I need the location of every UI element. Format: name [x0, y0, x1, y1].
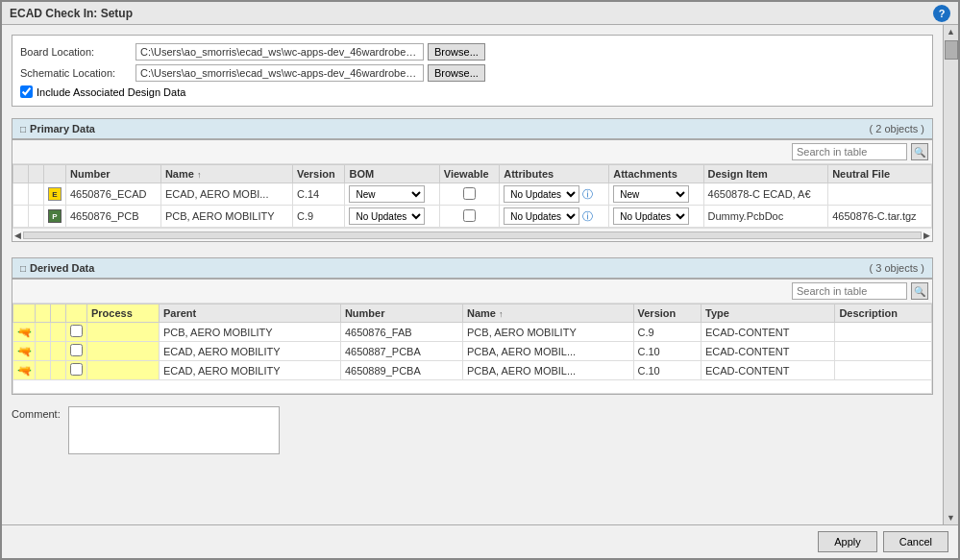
- schematic-location-label: Schematic Location:: [20, 67, 135, 79]
- row-attach-select[interactable]: New No Updates: [613, 185, 689, 203]
- col-neutral-file: Neutral File: [828, 165, 932, 183]
- primary-collapse-icon[interactable]: □: [20, 124, 26, 134]
- drow-description: [835, 361, 932, 380]
- col-attributes: Attributes: [500, 165, 609, 183]
- drow-parent: PCB, AERO MOBILITY: [159, 323, 340, 342]
- board-browse-button[interactable]: Browse...: [428, 43, 485, 61]
- derived-search-button[interactable]: 🔍: [911, 282, 928, 300]
- drow-name: PCB, AERO MOBILITY: [463, 323, 633, 342]
- dcol-2: [36, 304, 51, 323]
- comment-textarea[interactable]: [68, 406, 280, 454]
- row-attachments: No Updates New: [609, 206, 703, 228]
- viewable-checkbox[interactable]: [463, 209, 476, 222]
- dcol-4: [66, 304, 87, 323]
- col-bom: BOM: [345, 165, 439, 183]
- drow-sel1: 🔫: [13, 342, 36, 361]
- dcol-parent: Parent: [159, 304, 340, 323]
- schematic-location-input[interactable]: [135, 64, 424, 82]
- col-attachments: Attachments: [609, 165, 703, 183]
- table-row: 🔫 ECAD, AERO MOBILITY 4650889_PCBA PCBA,…: [13, 361, 932, 380]
- drow-type: ECAD-CONTENT: [702, 323, 835, 342]
- viewable-checkbox[interactable]: [463, 187, 476, 200]
- row-attach-select[interactable]: No Updates New: [613, 207, 689, 225]
- attr-info-icon[interactable]: ⓘ: [582, 210, 593, 222]
- cancel-button[interactable]: Cancel: [883, 531, 948, 552]
- primary-data-section: □ Primary Data ( 2 objects ) 🔍: [12, 114, 933, 242]
- drow-number: 4650889_PCBA: [340, 361, 462, 380]
- main-window: ECAD Check In: Setup ? Board Location: B…: [0, 0, 960, 560]
- include-checkbox-row: Include Associated Design Data: [20, 85, 924, 98]
- scroll-right-arrow[interactable]: ▶: [923, 231, 930, 240]
- drow-sel3: [51, 342, 66, 361]
- primary-search-input[interactable]: [792, 143, 907, 160]
- drow-parent: ECAD, AERO MOBILITY: [159, 342, 340, 361]
- drow-sel1: 🔫: [13, 323, 36, 342]
- content-area: Board Location: Browse... Schematic Loca…: [2, 25, 958, 524]
- derived-process-checkbox[interactable]: [70, 344, 83, 356]
- derived-icon: 🔫: [17, 364, 31, 377]
- row-design-item: 4650878-C ECAD, A€: [703, 183, 828, 206]
- scroll-up-arrow[interactable]: ▲: [945, 25, 957, 38]
- row-number: 4650876_ECAD: [66, 183, 161, 206]
- hscroll-track[interactable]: [23, 231, 922, 239]
- comment-label: Comment:: [12, 406, 61, 420]
- window-title: ECAD Check In: Setup: [10, 7, 133, 20]
- primary-table-container: 🔍 Number Name ↑ Version BOM: [12, 139, 933, 242]
- scroll-left-arrow[interactable]: ◀: [14, 231, 21, 240]
- derived-object-count: ( 3 objects ): [870, 262, 924, 274]
- title-bar: ECAD Check In: Setup ?: [2, 2, 958, 25]
- primary-search-button[interactable]: 🔍: [911, 143, 928, 160]
- row-bom: No Updates New: [345, 206, 439, 228]
- derived-process-checkbox[interactable]: [70, 325, 83, 337]
- row-attachments: New No Updates: [609, 183, 703, 206]
- primary-hscroll[interactable]: ◀ ▶: [12, 228, 932, 241]
- drow-sel2: [36, 361, 51, 380]
- drow-sel4: [66, 323, 87, 342]
- row-sel2: [29, 206, 44, 228]
- row-bom-select[interactable]: New No Updates: [349, 185, 425, 203]
- dcol-3: [51, 304, 66, 323]
- scroll-thumb[interactable]: [945, 40, 958, 60]
- col-checkbox1: [13, 165, 29, 183]
- primary-data-header: □ Primary Data ( 2 objects ): [12, 118, 933, 139]
- derived-icon: 🔫: [17, 326, 31, 339]
- attr-info-icon[interactable]: ⓘ: [582, 188, 593, 200]
- col-checkbox2: [29, 165, 44, 183]
- scroll-down-arrow[interactable]: ▼: [945, 511, 957, 524]
- primary-object-count: ( 2 objects ): [870, 123, 924, 134]
- drow-parent: ECAD, AERO MOBILITY: [159, 361, 340, 380]
- derived-search-input[interactable]: [792, 282, 907, 300]
- col-name: Name ↑: [160, 165, 292, 183]
- row-sel1: [13, 206, 29, 228]
- drow-sel2: [36, 323, 51, 342]
- drow-type: ECAD-CONTENT: [702, 342, 835, 361]
- row-version: C.9: [292, 206, 344, 228]
- schematic-browse-button[interactable]: Browse...: [428, 64, 485, 82]
- dcol-description: Description: [835, 304, 932, 323]
- row-icon-cell: P: [44, 206, 66, 228]
- table-row: E 4650876_ECAD ECAD, AERO MOBI... C.14 N…: [13, 183, 932, 206]
- derived-table-header: Process Parent Number Name ↑ Version Typ…: [13, 304, 932, 323]
- include-associated-checkbox[interactable]: [20, 85, 33, 98]
- row-attr-select[interactable]: No Updates New: [504, 185, 579, 203]
- drow-name: PCBA, AERO MOBIL...: [463, 361, 633, 380]
- apply-button[interactable]: Apply: [818, 531, 877, 552]
- dcol-version: Version: [633, 304, 702, 323]
- row-attr-select[interactable]: No Updates New: [504, 207, 579, 225]
- derived-process-checkbox[interactable]: [70, 363, 83, 376]
- board-location-input[interactable]: [135, 43, 424, 61]
- primary-title-text: Primary Data: [30, 123, 95, 134]
- drow-process: [87, 361, 160, 380]
- board-location-row: Board Location: Browse...: [20, 43, 924, 61]
- right-scrollbar[interactable]: ▲ ▼: [943, 25, 958, 524]
- locations-section: Board Location: Browse... Schematic Loca…: [12, 35, 933, 107]
- derived-collapse-icon[interactable]: □: [20, 263, 26, 274]
- row-bom-select[interactable]: No Updates New: [349, 207, 425, 225]
- empty-cell: [13, 380, 932, 394]
- row-name: PCB, AERO MOBILITY: [160, 206, 292, 228]
- row-icon-cell: E: [44, 183, 66, 206]
- help-icon[interactable]: ?: [933, 5, 950, 22]
- row-attributes: No Updates New ⓘ: [500, 183, 609, 206]
- table-row: 🔫 PCB, AERO MOBILITY 4650876_FAB PCB, AE…: [13, 323, 932, 342]
- derived-section-title: □ Derived Data: [20, 262, 94, 274]
